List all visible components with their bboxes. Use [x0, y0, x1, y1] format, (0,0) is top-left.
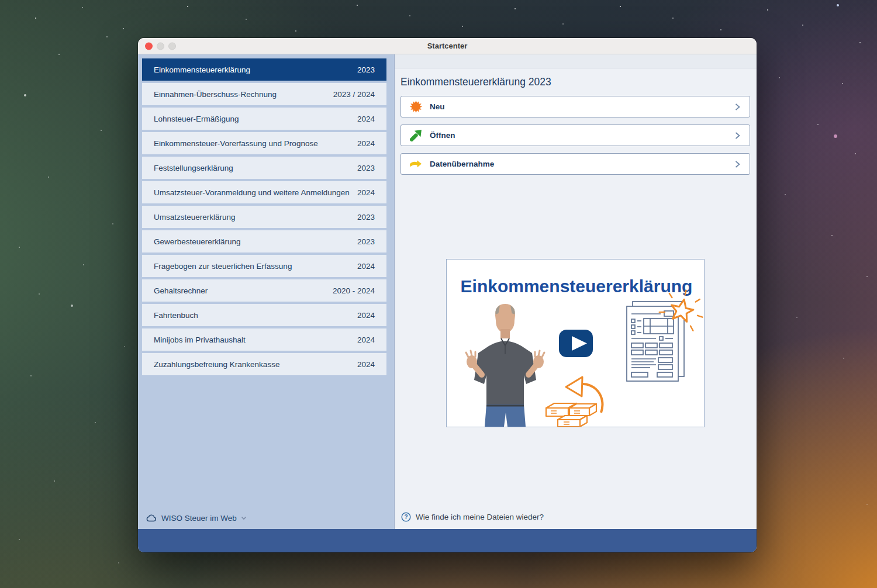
chevron-right-icon: [734, 160, 741, 168]
sidebar-item-year: 2024: [350, 335, 375, 344]
sidebar-item-label: Feststellungserklärung: [154, 164, 233, 172]
page-title: Einkommensteuererklärung 2023: [400, 75, 750, 89]
main-top-strip: [395, 54, 757, 68]
sidebar-item-fragebogen[interactable]: Fragebogen zur steuerlichen Erfassung 20…: [142, 255, 386, 277]
close-button[interactable]: [145, 42, 153, 50]
sidebar-item-label: Zuzahlungsbefreiung Krankenkasse: [154, 360, 279, 369]
help-label: Wie finde ich meine Dateien wieder?: [416, 513, 544, 521]
video-illustration: Einkommensteuererklärung: [447, 260, 704, 427]
sidebar: Einkommensteuererklärung 2023 Einnahmen-…: [138, 54, 395, 529]
sidebar-item-label: Umsatzsteuer-Voranmeldung und weitere An…: [154, 188, 350, 197]
help-link[interactable]: ? Wie finde ich meine Dateien wieder?: [401, 512, 544, 522]
money-stack-icon: [546, 403, 596, 427]
wiso-steuer-web-link[interactable]: WISO Steuer im Web: [146, 514, 247, 523]
sidebar-item-einkommensteuererklaerung[interactable]: Einkommensteuererklärung 2023: [142, 58, 386, 81]
sidebar-item-year: 2023: [350, 164, 375, 172]
chevron-down-icon: [241, 516, 247, 520]
sidebar-item-year: 2024: [350, 139, 375, 148]
datenuebernahme-label: Datenübernahme: [430, 160, 494, 168]
sidebar-item-year: 2023 / 2024: [326, 90, 375, 99]
sidebar-item-year: 2020 - 2024: [326, 286, 375, 295]
sidebar-item-label: Gehaltsrechner: [154, 286, 208, 295]
startcenter-window: Startcenter Einkommensteuererklärung 202…: [138, 38, 757, 552]
chevron-right-icon: [734, 103, 741, 111]
neu-button[interactable]: Neu: [400, 96, 750, 117]
svg-text:?: ?: [404, 514, 408, 520]
sidebar-item-year: 2023: [350, 213, 375, 222]
chevron-right-icon: [734, 132, 741, 140]
sidebar-item-year: 2024: [350, 360, 375, 369]
sidebar-item-zuzahlungsbefreiung[interactable]: Zuzahlungsbefreiung Krankenkasse 2024: [142, 353, 386, 375]
swoosh-arrow-icon: [409, 158, 422, 171]
sidebar-item-einkommensteuer-vorerfassung[interactable]: Einkommensteuer-Vorerfassung und Prognos…: [142, 132, 386, 154]
sidebar-item-label: Einnahmen-Überschuss-Rechnung: [154, 90, 277, 99]
sidebar-item-label: Gewerbesteuererklärung: [154, 237, 241, 246]
sidebar-item-label: Fahrtenbuch: [154, 311, 198, 320]
sidebar-item-minijobs[interactable]: Minijobs im Privathaushalt 2024: [142, 328, 386, 351]
sidebar-item-fahrtenbuch[interactable]: Fahrtenbuch 2024: [142, 304, 386, 326]
wallpaper-stars: [0, 0, 1, 1]
sidebar-item-label: Umsatzsteuererklärung: [154, 213, 236, 222]
sidebar-item-year: 2024: [350, 115, 375, 123]
play-button: [559, 330, 593, 357]
title-bar: Startcenter: [138, 38, 757, 54]
sidebar-item-year: 2024: [350, 262, 375, 271]
sidebar-item-label: Lohnsteuer-Ermäßigung: [154, 115, 239, 123]
sidebar-item-label: Einkommensteuererklärung: [154, 65, 250, 74]
video-title: Einkommensteuererklärung: [461, 276, 693, 296]
sidebar-item-year: 2023: [350, 237, 375, 246]
sidebar-item-label: Minijobs im Privathaushalt: [154, 335, 246, 344]
window-footer-bar: [138, 529, 757, 552]
sidebar-item-gewerbesteuererklaerung[interactable]: Gewerbesteuererklärung 2023: [142, 230, 386, 253]
question-circle-icon: ?: [401, 512, 411, 522]
sidebar-item-label: Fragebogen zur steuerlichen Erfassung: [154, 262, 292, 271]
datenuebernahme-button[interactable]: Datenübernahme: [400, 153, 750, 175]
sidebar-item-label: Einkommensteuer-Vorerfassung und Prognos…: [154, 139, 318, 148]
oeffnen-label: Öffnen: [430, 131, 455, 140]
sidebar-item-einnahmen-ueberschuss-rechnung[interactable]: Einnahmen-Überschuss-Rechnung 2023 / 202…: [142, 83, 386, 105]
traffic-lights: [145, 42, 176, 50]
sidebar-item-year: 2024: [350, 311, 375, 320]
sidebar-item-gehaltsrechner[interactable]: Gehaltsrechner 2020 - 2024: [142, 279, 386, 302]
main-body: Einkommensteuererklärung 2023 Neu: [395, 68, 757, 529]
minimize-button[interactable]: [157, 42, 164, 50]
sidebar-item-umsatzsteuererklaerung[interactable]: Umsatzsteuererklärung 2023: [142, 206, 386, 228]
presenter-illustration: [466, 304, 544, 427]
wiso-steuer-web-label: WISO Steuer im Web: [161, 514, 237, 523]
oeffnen-button[interactable]: Öffnen: [400, 124, 750, 146]
sidebar-item-year: 2024: [350, 188, 375, 197]
sidebar-item-umsatzsteuer-voranmeldung[interactable]: Umsatzsteuer-Voranmeldung und weitere An…: [142, 181, 386, 203]
cloud-icon: [146, 514, 157, 523]
arrow-up-right-icon: [409, 129, 422, 142]
neu-label: Neu: [430, 102, 445, 111]
window-content: Einkommensteuererklärung 2023 Einnahmen-…: [138, 54, 757, 529]
sidebar-item-year: 2023: [350, 65, 375, 74]
zoom-button[interactable]: [168, 42, 176, 50]
window-title: Startcenter: [427, 41, 468, 50]
starburst-icon: [409, 101, 422, 113]
sidebar-item-lohnsteuer-ermaessigung[interactable]: Lohnsteuer-Ermäßigung 2024: [142, 108, 386, 130]
main-panel: Einkommensteuererklärung 2023 Neu: [395, 54, 757, 529]
video-thumbnail[interactable]: Einkommensteuererklärung: [446, 259, 705, 427]
sidebar-item-feststellungserklaerung[interactable]: Feststellungserklärung 2023: [142, 157, 386, 179]
